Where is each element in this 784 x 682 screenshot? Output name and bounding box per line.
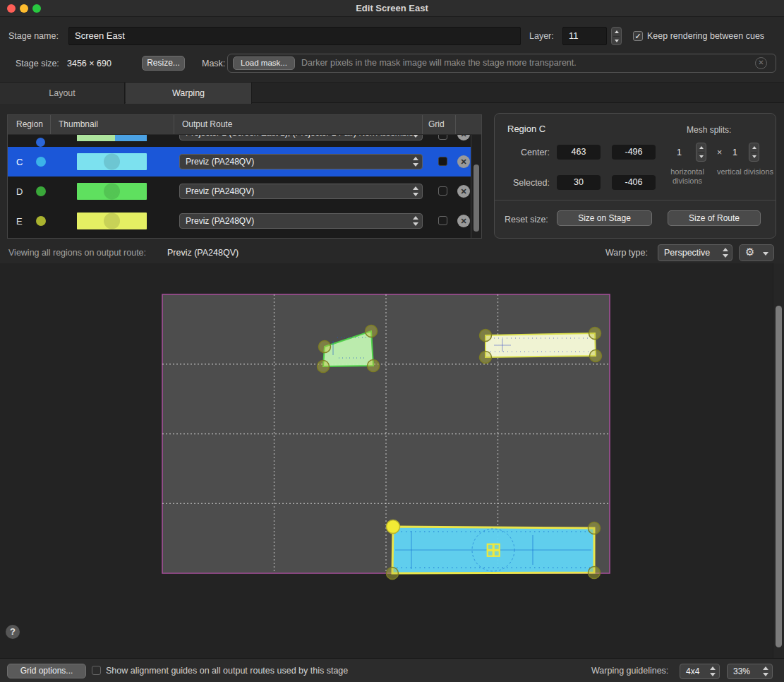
output-route-dropdown[interactable]: Projector 1 (Screen East 1), (Projector … <box>179 135 423 140</box>
grid-checkbox[interactable] <box>438 135 447 140</box>
mask-hint-text: Darker pixels in the mask image will mak… <box>301 58 577 68</box>
warp-canvas[interactable] <box>0 263 784 658</box>
grid-checkbox[interactable] <box>438 157 447 166</box>
guideline-opacity-dropdown[interactable]: 33% <box>727 664 773 679</box>
tab-layout[interactable]: Layout <box>0 83 125 104</box>
table-row-region-e[interactable]: E Previz (PA248QV) ✕ <box>8 206 481 236</box>
mesh-vertical-stepper[interactable] <box>749 143 759 162</box>
column-grid: Grid <box>428 119 445 129</box>
stage-size-value: 3456 × 690 <box>67 59 111 68</box>
stepper-down-icon[interactable] <box>749 152 759 162</box>
selected-label: Selected: <box>495 178 550 188</box>
grid-checkbox[interactable] <box>438 216 447 225</box>
delete-region-icon[interactable]: ✕ <box>457 215 470 227</box>
gear-icon: ⚙ <box>745 246 754 258</box>
column-region: Region <box>16 119 43 129</box>
warp-type-dropdown[interactable]: Perspective <box>658 244 732 261</box>
grid-checkbox[interactable] <box>438 186 447 196</box>
dropdown-chevrons-icon <box>708 666 717 677</box>
warping-guidelines-label: Warping guidelines: <box>591 666 668 676</box>
stage-name-input[interactable]: Screen East <box>68 27 521 45</box>
selected-y-field[interactable]: -406 <box>612 175 656 190</box>
center-y-field[interactable]: -496 <box>612 145 656 160</box>
resize-button[interactable]: Resize... <box>142 56 185 71</box>
output-route-dropdown[interactable]: Previz (PA248QV) <box>179 213 423 229</box>
table-row-region-c[interactable]: C Previz (PA248QV) ✕ <box>8 147 481 177</box>
size-on-stage-button[interactable]: Size on Stage <box>557 210 652 226</box>
table-row-region-d[interactable]: D Previz (PA248QV) ✕ <box>8 177 481 206</box>
vertical-divisions-caption: vertical divisions <box>713 167 777 177</box>
canvas-scrollbar[interactable] <box>773 263 784 658</box>
grid-options-button[interactable]: Grid options... <box>7 664 86 678</box>
panel-divider <box>495 200 776 201</box>
view-bar: Viewing all regions on output route: Pre… <box>0 244 784 263</box>
alignment-guides-checkbox[interactable] <box>92 666 101 675</box>
layer-stepper-up-icon[interactable] <box>612 28 621 36</box>
mask-field: Load mask... Darker pixels in the mask i… <box>227 54 776 73</box>
mask-label: Mask: <box>202 59 225 68</box>
mesh-separator: × <box>717 148 722 157</box>
center-x-field[interactable]: 463 <box>557 145 601 160</box>
region-color-dot <box>36 157 46 167</box>
reset-size-label: Reset size: <box>505 215 548 225</box>
mesh-horizontal-value: 1 <box>677 148 682 157</box>
tab-warping[interactable]: Warping <box>126 83 252 104</box>
region-panel-title: Region C <box>507 124 545 134</box>
delete-region-icon[interactable]: ✕ <box>457 185 470 198</box>
stepper-up-icon[interactable] <box>749 143 759 152</box>
layer-stepper-down-icon[interactable] <box>612 36 621 44</box>
regions-table: Region Thumbnail Output Route Grid Proje… <box>7 114 482 239</box>
table-scrollbar[interactable] <box>471 135 481 238</box>
mesh-horizontal-stepper[interactable] <box>696 143 706 162</box>
guideline-grid-dropdown[interactable]: 4x4 <box>680 664 720 679</box>
viewing-route-value: Previz (PA248QV) <box>167 248 239 258</box>
alignment-guides-label: Show alignment guides on all output rout… <box>106 666 348 676</box>
region-color-dot <box>36 216 46 226</box>
warp-type-label: Warp type: <box>605 248 648 258</box>
delete-region-icon[interactable]: ✕ <box>457 155 470 168</box>
center-label: Center: <box>495 148 550 157</box>
stage-name-label: Stage name: <box>8 31 59 41</box>
region-color-dot <box>36 186 46 196</box>
keep-rendering-checkbox[interactable]: ✓ <box>633 31 643 41</box>
delete-region-icon[interactable]: ✕ <box>457 135 470 140</box>
table-scrollbar-thumb[interactable] <box>474 164 479 232</box>
region-panel: Region C Mesh splits: Center: 463 -496 S… <box>494 113 776 239</box>
warp-settings-button[interactable]: ⚙ <box>739 244 774 261</box>
chevron-down-icon <box>763 252 768 256</box>
viewing-route-label: Viewing all regions on output route: <box>8 248 146 258</box>
help-icon[interactable]: ? <box>6 625 20 639</box>
load-mask-button[interactable]: Load mask... <box>233 56 295 70</box>
selected-x-field[interactable]: 30 <box>557 175 601 190</box>
route-thumbnail-right <box>115 135 147 141</box>
footer-bar: Grid options... Show alignment guides on… <box>0 658 784 682</box>
size-of-route-button[interactable]: Size of Route <box>668 210 761 226</box>
dropdown-chevrons-icon <box>411 156 420 167</box>
layer-label: Layer: <box>529 31 554 41</box>
dropdown-chevrons-icon <box>721 247 730 258</box>
route-thumbnail-left <box>77 135 115 141</box>
title-bar: Edit Screen East <box>0 0 784 17</box>
stepper-up-icon[interactable] <box>696 143 706 152</box>
layer-stepper[interactable] <box>611 27 622 45</box>
mesh-vertical-value: 1 <box>732 148 737 157</box>
edit-screen-window: Edit Screen East Stage name: Screen East… <box>0 0 784 682</box>
region-thumbnail <box>77 183 147 200</box>
column-thumbnail: Thumbnail <box>59 119 98 129</box>
region-thumbnail <box>77 213 147 229</box>
table-row-clipped[interactable]: Projector 1 (Screen East 1), (Projector … <box>8 135 481 147</box>
output-route-dropdown[interactable]: Previz (PA248QV) <box>179 154 423 169</box>
region-color-dot <box>36 138 45 147</box>
regions-table-header: Region Thumbnail Output Route Grid <box>8 115 481 135</box>
layer-input[interactable]: 11 <box>562 27 607 45</box>
mesh-splits-label: Mesh splits: <box>687 125 731 135</box>
stage-size-row: Stage size: 3456 × 690 Resize... Mask: L… <box>0 48 784 79</box>
region-thumbnail <box>77 153 147 170</box>
output-route-dropdown[interactable]: Previz (PA248QV) <box>179 184 423 199</box>
keep-rendering-label: Keep rendering between cues <box>647 31 764 41</box>
regions-table-body: Projector 1 (Screen East 1), (Projector … <box>8 135 481 238</box>
stepper-down-icon[interactable] <box>696 152 706 162</box>
stage-size-label: Stage size: <box>16 59 59 68</box>
mask-clear-icon[interactable]: ✕ <box>755 57 767 69</box>
canvas-scrollbar-thumb[interactable] <box>776 306 782 647</box>
